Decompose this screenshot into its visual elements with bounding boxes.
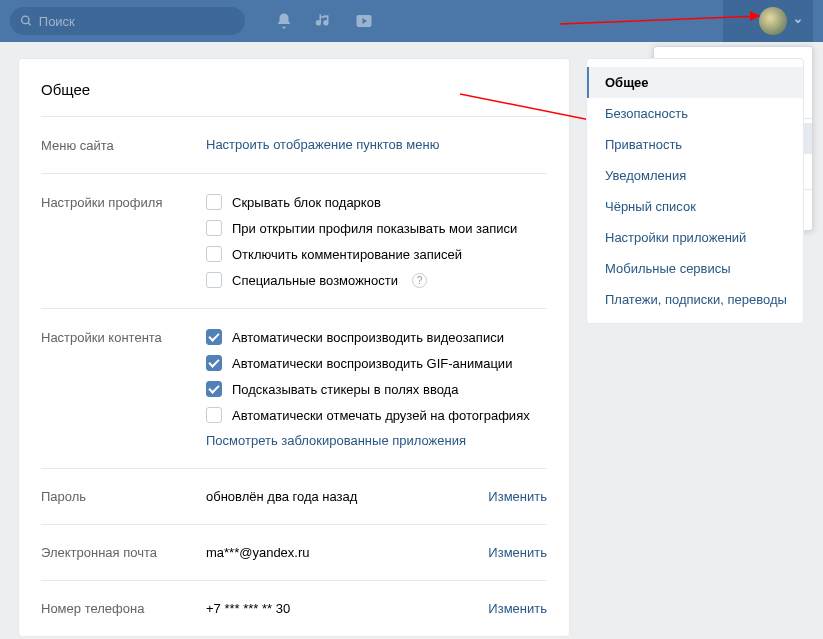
label-password: Пароль — [41, 489, 206, 504]
avatar — [759, 7, 787, 35]
row-content-settings: Настройки контента Автоматически воспрои… — [41, 309, 547, 468]
action-change-password[interactable]: Изменить — [488, 489, 547, 504]
music-icon[interactable] — [315, 12, 333, 30]
value-email: ma***@yandex.ru — [206, 545, 488, 560]
row-email: Электронная почта ma***@yandex.ru Измени… — [41, 525, 547, 580]
sidenav-general[interactable]: Общее — [587, 67, 803, 98]
svg-line-1 — [28, 23, 31, 26]
text-accessibility: Специальные возможности — [232, 273, 398, 288]
help-icon[interactable]: ? — [412, 273, 427, 288]
row-profile-settings: Настройки профиля Скрывать блок подарков… — [41, 174, 547, 308]
video-icon[interactable] — [355, 12, 373, 30]
text-show-my-posts: При открытии профиля показывать мои запи… — [232, 221, 517, 236]
svg-point-0 — [22, 16, 29, 23]
sidenav-security[interactable]: Безопасность — [587, 98, 803, 129]
link-blocked-apps[interactable]: Посмотреть заблокированные приложения — [206, 433, 466, 448]
value-password: обновлён два года назад — [206, 489, 488, 504]
checkbox-show-my-posts[interactable] — [206, 220, 222, 236]
profile-menu-button[interactable] — [723, 0, 813, 42]
label-site-menu: Меню сайта — [41, 137, 206, 153]
link-configure-menu[interactable]: Настроить отображение пунктов меню — [206, 137, 439, 152]
action-change-email[interactable]: Изменить — [488, 545, 547, 560]
top-header — [0, 0, 823, 42]
bell-icon[interactable] — [275, 12, 293, 30]
settings-panel: Общее Меню сайта Настроить отображение п… — [18, 58, 570, 637]
checkbox-accessibility[interactable] — [206, 272, 222, 288]
sidenav-notifications[interactable]: Уведомления — [587, 160, 803, 191]
search-input[interactable] — [39, 14, 235, 29]
sidenav-payments[interactable]: Платежи, подписки, переводы — [587, 284, 803, 315]
sidenav-apps[interactable]: Настройки приложений — [587, 222, 803, 253]
text-disable-comments: Отключить комментирование записей — [232, 247, 462, 262]
checkbox-disable-comments[interactable] — [206, 246, 222, 262]
chevron-down-icon — [793, 16, 803, 26]
label-profile-settings: Настройки профиля — [41, 194, 206, 288]
value-phone: +7 *** *** ** 30 — [206, 601, 488, 616]
settings-sidenav: Общее Безопасность Приватность Уведомлен… — [586, 58, 804, 324]
label-email: Электронная почта — [41, 545, 206, 560]
label-content-settings: Настройки контента — [41, 329, 206, 448]
checkbox-autotag-friends[interactable] — [206, 407, 222, 423]
header-icons — [275, 12, 373, 30]
text-hide-gifts: Скрывать блок подарков — [232, 195, 381, 210]
row-site-menu: Меню сайта Настроить отображение пунктов… — [41, 117, 547, 173]
text-autotag-friends: Автоматически отмечать друзей на фотогра… — [232, 408, 530, 423]
text-sticker-suggest: Подсказывать стикеры в полях ввода — [232, 382, 458, 397]
checkbox-hide-gifts[interactable] — [206, 194, 222, 210]
search-container[interactable] — [10, 7, 245, 35]
search-icon — [20, 14, 33, 28]
label-phone: Номер телефона — [41, 601, 206, 616]
text-autoplay-video: Автоматически воспроизводить видеозаписи — [232, 330, 504, 345]
action-change-phone[interactable]: Изменить — [488, 601, 547, 616]
sidenav-privacy[interactable]: Приватность — [587, 129, 803, 160]
checkbox-sticker-suggest[interactable] — [206, 381, 222, 397]
sidenav-mobile[interactable]: Мобильные сервисы — [587, 253, 803, 284]
row-password: Пароль обновлён два года назад Изменить — [41, 469, 547, 524]
page-title: Общее — [41, 59, 547, 116]
checkbox-autoplay-video[interactable] — [206, 329, 222, 345]
row-phone: Номер телефона +7 *** *** ** 30 Изменить — [41, 581, 547, 636]
sidenav-blacklist[interactable]: Чёрный список — [587, 191, 803, 222]
checkbox-autoplay-gif[interactable] — [206, 355, 222, 371]
text-autoplay-gif: Автоматически воспроизводить GIF-анимаци… — [232, 356, 512, 371]
